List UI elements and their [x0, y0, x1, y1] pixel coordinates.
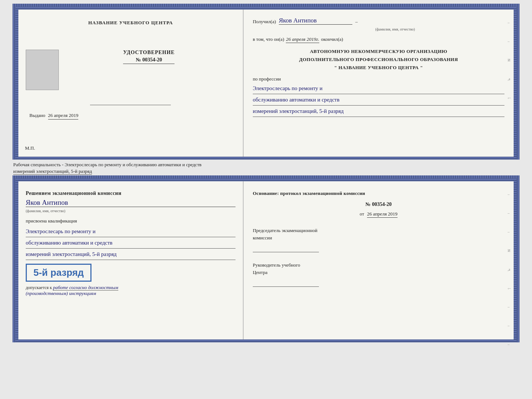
profession-line3-top: измерений электростанций, 5-й разряд — [253, 106, 504, 117]
side-char-bi: И — [508, 249, 511, 253]
predsedatel-label: Председатель экзаменационной — [253, 227, 504, 234]
fio-hint-top: (фамилия, имя, отчество) — [375, 27, 415, 31]
side-dash-b6: – — [508, 342, 511, 346]
right-page-bottom: Основание: протокол экзаменационной коми… — [244, 181, 514, 339]
dopuskaetsya-text2: (производственным) инструкциям — [26, 291, 236, 296]
between-text-2: измерений электростанций, 5-й разряд — [13, 168, 92, 175]
badge-text: 5-й разряд — [33, 267, 84, 278]
side-char-barrow: ‹– — [508, 286, 511, 290]
side-dash-b4: – — [508, 305, 511, 309]
vydano-label: Выдано — [29, 113, 45, 118]
dopuskaetsya-prefix: допускается к — [26, 285, 52, 290]
profession-line2-top: обслуживанию автоматики и средств — [253, 94, 504, 106]
side-dash-b5: – — [508, 324, 511, 328]
fio-hint-bottom: (фамилия, имя, отчество) — [26, 209, 65, 213]
udostoverenie-number: № 00354-20 — [123, 57, 175, 64]
poluchil-label: Получил(а) — [253, 19, 276, 25]
profession-line2-bottom: обслуживанию автоматики и средств — [26, 237, 236, 249]
between-text-1: Рабочая специальность - Электрослесарь п… — [13, 162, 520, 168]
dash-after-fio: – — [355, 19, 358, 25]
left-page-top: НАЗВАНИЕ УЧЕБНОГО ЦЕНТРА УДОСТОВЕРЕНИЕ №… — [18, 10, 244, 157]
okonchil-label: окончил(а) — [321, 36, 343, 42]
right-page-top: Получил(а) Яков Антипов – (фамилия, имя,… — [244, 10, 514, 157]
qualification-badge: 5-й разряд — [26, 264, 91, 282]
dopuskaetsya-text: работе согласно должностным — [53, 285, 118, 291]
auto-line1: АВТОНОМНУЮ НЕКОММЕРЧЕСКУЮ ОРГАНИЗАЦИЮ — [253, 47, 504, 56]
side-char-i: И — [508, 58, 511, 62]
side-dash-1: – — [508, 21, 511, 25]
profession-line1-top: Электрослесарь по ремонту и — [253, 83, 504, 94]
profession-line1-bottom: Электрослесарь по ремонту и — [26, 226, 236, 237]
rukovoditel-signature — [253, 278, 319, 287]
protocol-number: № 00354-20 — [366, 202, 392, 207]
fio-handwritten-bottom: Яков Антипов — [26, 199, 236, 207]
profession-line3-bottom: измерений электростанций, 5-й разряд — [26, 249, 236, 260]
mp-label: М.П. — [25, 145, 35, 151]
predsedatel-signature — [253, 243, 319, 252]
vydano-date: 26 апреля 2019 — [48, 113, 79, 120]
osnovanie-label: Основание: протокол экзаменационной коми… — [253, 190, 504, 196]
v-tom-prefix: в том, что он(а) — [253, 36, 284, 42]
auto-line3: " НАЗВАНИЕ УЧЕБНОГО ЦЕНТРА " — [253, 64, 504, 72]
side-dash-2: – — [508, 39, 511, 43]
side-dash-b2: – — [508, 211, 511, 215]
ot-date: 26 апреля 2019 — [367, 211, 398, 218]
prisvoena-label: присвоена квалификация — [26, 218, 236, 224]
v-tom-date: 26 апреля 2019г. — [286, 36, 319, 43]
udostoverenie-label: УДОСТОВЕРЕНИЕ — [123, 50, 175, 56]
rukovoditel-label: Руководитель учебного — [253, 261, 504, 269]
side-char-ba: ,а — [508, 267, 511, 271]
ot-prefix: от — [360, 211, 364, 217]
training-center-title-top: НАЗВАНИЕ УЧЕБНОГО ЦЕНТРА — [88, 20, 173, 26]
photo-placeholder — [26, 50, 59, 90]
side-char-a: ,а — [508, 77, 511, 81]
side-char-arrow: ‹– — [508, 96, 511, 100]
resheniem-text: Решением экзаменационной комиссии — [26, 190, 236, 196]
left-page-bottom: Решением экзаменационной комиссии Яков А… — [18, 181, 244, 339]
side-dash-b3: – — [508, 230, 511, 234]
predsedatel-label2: комиссии — [253, 234, 504, 242]
rukovoditel-label2: Центра — [253, 269, 504, 276]
fio-handwritten-top: Яков Антипов — [279, 17, 352, 25]
side-dash-b1: – — [508, 192, 511, 196]
auto-line2: ДОПОЛНИТЕЛЬНОГО ПРОФЕССИОНАЛЬНОГО ОБРАЗО… — [253, 56, 504, 64]
po-professii-label: по профессии — [253, 76, 281, 82]
